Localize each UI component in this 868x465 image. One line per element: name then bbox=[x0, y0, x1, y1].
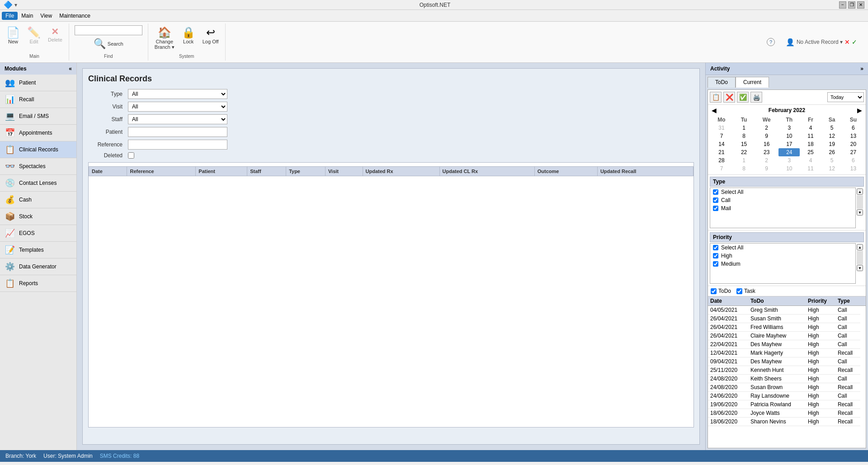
cal-day-0-2[interactable]: 2 bbox=[755, 124, 778, 132]
activity-data-scroll[interactable]: Date ToDo Priority Type 04/05/2021Greg S… bbox=[708, 296, 866, 448]
cal-day-0-1[interactable]: 1 bbox=[733, 124, 755, 132]
cal-day-1-1[interactable]: 8 bbox=[733, 132, 755, 140]
activity-row-5[interactable]: 12/04/2021Mark HagertyHighRecall bbox=[708, 349, 866, 357]
lock-button[interactable]: 🔒 Lock bbox=[179, 25, 198, 46]
priority-select-all-checkbox[interactable] bbox=[713, 245, 718, 250]
todo-checkbox[interactable] bbox=[711, 288, 717, 294]
tab-todo[interactable]: ToDo bbox=[708, 77, 736, 88]
sidebar-item-appointments[interactable]: 📅 Appointments bbox=[0, 125, 76, 141]
type-scroll-up[interactable]: ▲ bbox=[857, 188, 863, 195]
cal-day-2-2[interactable]: 16 bbox=[755, 140, 778, 148]
sidebar-item-reports[interactable]: 📋 Reports bbox=[0, 275, 76, 292]
activity-row-6[interactable]: 09/04/2021Des MayhewHighCall bbox=[708, 357, 866, 366]
close-button[interactable]: ✕ bbox=[857, 1, 864, 9]
new-button[interactable]: 📄 New bbox=[4, 25, 23, 46]
type-select-all-checkbox[interactable] bbox=[713, 189, 718, 195]
cal-day-2-4[interactable]: 18 bbox=[800, 140, 821, 148]
cal-day-5-6[interactable]: 13 bbox=[843, 164, 864, 173]
minimize-button[interactable]: − bbox=[839, 1, 846, 9]
change-branch-button[interactable]: 🏠 ChangeBranch ▾ bbox=[152, 25, 177, 52]
cal-day-3-0[interactable]: 21 bbox=[710, 148, 733, 156]
cal-day-5-3[interactable]: 10 bbox=[778, 164, 800, 173]
cal-day-5-2[interactable]: 9 bbox=[755, 164, 778, 173]
type-call-checkbox[interactable] bbox=[713, 197, 718, 203]
cal-day-1-0[interactable]: 7 bbox=[710, 132, 733, 140]
complete-todo-button[interactable]: ✅ bbox=[737, 92, 749, 103]
sidebar-item-spectacles[interactable]: 👓 Spectacles bbox=[0, 158, 76, 175]
cal-day-3-5[interactable]: 26 bbox=[821, 148, 843, 156]
menu-main[interactable]: Main bbox=[18, 12, 37, 20]
cal-day-4-4[interactable]: 4 bbox=[800, 156, 821, 164]
type-mail-checkbox[interactable] bbox=[713, 206, 718, 211]
sidebar-item-cash[interactable]: 💰 Cash bbox=[0, 192, 76, 208]
cal-day-5-4[interactable]: 11 bbox=[800, 164, 821, 173]
delete-button[interactable]: ✕ Delete bbox=[45, 25, 65, 44]
activity-row-13[interactable]: 18/06/2020Sharon NevinsHighRecall bbox=[708, 418, 866, 426]
menu-maintenance[interactable]: Maintenance bbox=[56, 12, 94, 20]
sidebar-item-egos[interactable]: 📈 EGOS bbox=[0, 225, 76, 242]
restore-button[interactable]: ❐ bbox=[848, 1, 855, 9]
cal-day-4-0[interactable]: 28 bbox=[710, 156, 733, 164]
print-button[interactable]: 🖨️ bbox=[750, 92, 762, 103]
cal-day-0-3[interactable]: 3 bbox=[778, 124, 800, 132]
activity-row-1[interactable]: 26/04/2021Susan SmithHighCall bbox=[708, 315, 866, 323]
visit-select[interactable]: All bbox=[128, 102, 227, 112]
sidebar-item-patient[interactable]: 👥 Patient bbox=[0, 75, 76, 91]
cal-day-4-2[interactable]: 2 bbox=[755, 156, 778, 164]
help-button[interactable]: ? bbox=[763, 36, 778, 48]
cal-next-button[interactable]: ▶ bbox=[855, 107, 864, 114]
activity-row-12[interactable]: 18/06/2020Joyce WattsHighRecall bbox=[708, 409, 866, 418]
cal-day-2-0[interactable]: 14 bbox=[710, 140, 733, 148]
cal-day-5-0[interactable]: 7 bbox=[710, 164, 733, 173]
activity-row-9[interactable]: 24/08/2020Susan BrownHighRecall bbox=[708, 383, 866, 392]
sidebar-item-templates[interactable]: 📝 Templates bbox=[0, 242, 76, 258]
cal-day-1-3[interactable]: 10 bbox=[778, 132, 800, 140]
no-active-record-button[interactable]: 👤 No Active Record ▾ ✕ ✓ bbox=[782, 36, 861, 48]
cal-day-2-6[interactable]: 20 bbox=[843, 140, 864, 148]
priority-scroll-up[interactable]: ▲ bbox=[857, 244, 863, 250]
search-button[interactable]: 🔍 Search bbox=[91, 37, 126, 51]
sidebar-item-email-sms[interactable]: 💻 Email / SMS bbox=[0, 108, 76, 125]
cal-day-4-6[interactable]: 6 bbox=[843, 156, 864, 164]
cal-day-2-5[interactable]: 19 bbox=[821, 140, 843, 148]
sidebar-item-stock[interactable]: 📦 Stock bbox=[0, 208, 76, 225]
priority-high-checkbox[interactable] bbox=[713, 253, 718, 258]
tab-current[interactable]: Current bbox=[736, 77, 769, 88]
cal-day-4-1[interactable]: 1 bbox=[733, 156, 755, 164]
add-todo-button[interactable]: 📋 bbox=[710, 92, 722, 103]
type-select[interactable]: All Examination Contact Lens Other bbox=[128, 89, 227, 99]
activity-row-10[interactable]: 24/06/2020Ray LansdowneHighCall bbox=[708, 392, 866, 400]
edit-button[interactable]: ✏️ Edit bbox=[24, 25, 43, 46]
cal-day-3-1[interactable]: 22 bbox=[733, 148, 755, 156]
cal-day-1-2[interactable]: 9 bbox=[755, 132, 778, 140]
reference-input[interactable] bbox=[128, 140, 227, 150]
activity-row-4[interactable]: 22/04/2021Des MayhewHighCall bbox=[708, 340, 866, 349]
cal-day-3-3[interactable]: 24 bbox=[778, 148, 800, 156]
type-scroll-down[interactable]: ▼ bbox=[857, 209, 863, 216]
staff-select[interactable]: All bbox=[128, 114, 227, 124]
cal-day-0-5[interactable]: 5 bbox=[821, 124, 843, 132]
activity-row-7[interactable]: 25/11/2020Kenneth HuntHighRecall bbox=[708, 366, 866, 375]
activity-row-3[interactable]: 26/04/2021Claire MayhewHighCall bbox=[708, 332, 866, 340]
activity-expand-icon[interactable]: » bbox=[860, 66, 863, 72]
cal-day-1-4[interactable]: 11 bbox=[800, 132, 821, 140]
menu-view[interactable]: View bbox=[37, 12, 56, 20]
log-off-button[interactable]: ↩ Log Off bbox=[200, 25, 222, 46]
sidebar-item-contact-lenses[interactable]: 💿 Contact Lenses bbox=[0, 175, 76, 192]
sidebar-item-clinical-records[interactable]: 📋 Clinical Records bbox=[0, 141, 76, 158]
cal-day-2-1[interactable]: 15 bbox=[733, 140, 755, 148]
sidebar-item-recall[interactable]: 📊 Recall bbox=[0, 91, 76, 108]
cal-day-4-3[interactable]: 3 bbox=[778, 156, 800, 164]
cal-day-5-5[interactable]: 12 bbox=[821, 164, 843, 173]
cal-day-2-3[interactable]: 17 bbox=[778, 140, 800, 148]
cal-day-0-4[interactable]: 4 bbox=[800, 124, 821, 132]
activity-row-0[interactable]: 04/05/2021Greg SmithHighCall bbox=[708, 306, 866, 315]
cal-prev-button[interactable]: ◀ bbox=[710, 107, 718, 114]
activity-row-8[interactable]: 24/08/2020Keith SheersHighCall bbox=[708, 375, 866, 383]
menu-file[interactable]: File bbox=[2, 12, 18, 20]
activity-row-2[interactable]: 26/04/2021Fred WilliamsHighCall bbox=[708, 323, 866, 332]
cal-day-1-6[interactable]: 13 bbox=[843, 132, 864, 140]
deleted-checkbox[interactable] bbox=[128, 152, 134, 159]
cal-day-3-6[interactable]: 27 bbox=[843, 148, 864, 156]
sidebar-collapse-icon[interactable]: « bbox=[69, 66, 72, 72]
